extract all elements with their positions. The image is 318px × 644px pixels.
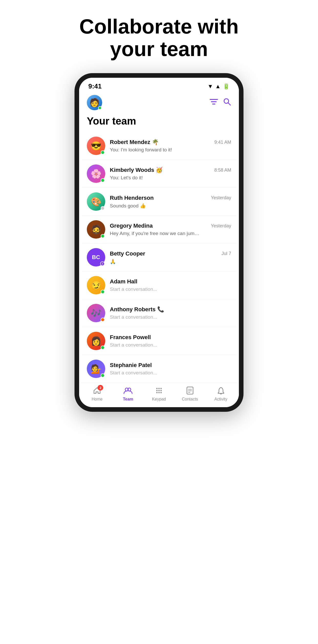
contact-preview: Start a conversation... <box>110 370 202 376</box>
contact-name: Adam Hall <box>110 278 137 285</box>
contact-item[interactable]: 🎶 Anthony Roberts 📞 Start a conversation… <box>82 299 236 327</box>
filter-icon[interactable] <box>210 98 218 107</box>
nav-icon-wrap <box>155 386 163 396</box>
bottom-nav: 2 Home Team Keypad Contacts <box>79 383 239 407</box>
page-headline: Collaborate with your team <box>0 0 318 73</box>
contact-preview: Start a conversation... <box>110 286 202 292</box>
status-icons: ▼ ▲ 🔋 <box>207 83 230 90</box>
wifi-icon: ▼ <box>207 83 213 90</box>
svg-line-4 <box>228 103 230 105</box>
phone-frame: 9:41 ▼ ▲ 🔋 🧑 <box>75 73 243 412</box>
contact-name: Betty Cooper <box>110 250 145 257</box>
contact-time: Yesterday <box>211 223 231 229</box>
contact-info: Anthony Roberts 📞 Start a conversation..… <box>110 306 231 320</box>
user-avatar-wrapper[interactable]: 🧑 <box>87 95 102 110</box>
contact-preview: You: I'm looking forward to it! <box>110 147 202 153</box>
nav-label: Contacts <box>182 397 198 402</box>
nav-label: Team <box>123 397 133 402</box>
contact-avatar-wrapper: 😏 <box>87 276 105 294</box>
nav-item-team[interactable]: Team <box>113 386 144 402</box>
contact-item[interactable]: 👩 Frances Powell Start a conversation... <box>82 327 236 355</box>
contact-avatar-wrapper: 💁 <box>87 360 105 378</box>
nav-badge: 2 <box>98 385 103 391</box>
nav-icon-wrap <box>217 386 225 396</box>
contact-avatar-wrapper: 👩 <box>87 332 105 350</box>
contact-preview: Hey Amy, if you're free now we can jump … <box>110 231 202 236</box>
contact-preview: Start a conversation... <box>110 342 202 348</box>
svg-point-8 <box>158 388 160 389</box>
contact-item[interactable]: 😎 Robert Mendez 🌴 9:41 AM You: I'm looki… <box>82 132 236 160</box>
nav-label: Home <box>92 397 103 402</box>
contact-preview: 🙏 <box>110 259 202 264</box>
svg-point-13 <box>156 392 157 393</box>
contact-time: Yesterday <box>211 195 231 201</box>
contact-info: Kimberly Woods 🥳 8:58 AM You: Let's do i… <box>110 167 231 181</box>
contact-name: Stephanie Patel <box>110 362 152 369</box>
contact-info: Frances Powell Start a conversation... <box>110 334 231 348</box>
contact-avatar-wrapper: 🌸 <box>87 164 105 183</box>
contact-name: Robert Mendez 🌴 <box>110 139 159 146</box>
nav-label: Keypad <box>152 397 166 402</box>
contact-info: Ruth Henderson Yesterday Sounds good 👍 <box>110 195 231 209</box>
contact-avatar-wrapper: 🧔 <box>87 220 105 239</box>
nav-icon-wrap <box>186 386 194 396</box>
contact-preview: Sounds good 👍 <box>110 203 202 209</box>
contact-avatar-wrapper: BC Z <box>87 248 105 267</box>
svg-point-14 <box>158 392 160 393</box>
svg-point-12 <box>160 390 162 391</box>
contact-item[interactable]: BC Z Betty Cooper Jul 7 🙏 <box>82 243 236 271</box>
contact-info: Betty Cooper Jul 7 🙏 <box>110 250 231 264</box>
contact-info: Robert Mendez 🌴 9:41 AM You: I'm looking… <box>110 139 231 153</box>
nav-label: Activity <box>214 397 227 402</box>
contact-item[interactable]: 🌸 Kimberly Woods 🥳 8:58 AM You: Let's do… <box>82 160 236 188</box>
contact-preview: You: Let's do it! <box>110 175 202 181</box>
contact-name: Frances Powell <box>110 334 151 341</box>
svg-rect-2 <box>212 104 215 105</box>
contact-preview: Start a conversation... <box>110 314 202 320</box>
contact-avatar-wrapper: 🎶 <box>87 304 105 322</box>
page-title: Your team <box>79 113 239 132</box>
svg-rect-1 <box>211 101 217 102</box>
contact-name: Gregory Medina <box>110 223 153 229</box>
contact-info: Stephanie Patel Start a conversation... <box>110 362 231 376</box>
signal-icon: ▲ <box>215 83 221 90</box>
contact-avatar-wrapper: 😎 <box>87 137 105 155</box>
svg-point-7 <box>156 388 157 389</box>
top-bar: 🧑 <box>79 92 239 113</box>
status-bar: 9:41 ▼ ▲ 🔋 <box>79 78 239 92</box>
svg-point-15 <box>160 392 162 393</box>
status-time: 9:41 <box>88 82 102 90</box>
nav-item-home[interactable]: 2 Home <box>82 386 113 402</box>
contact-item[interactable]: 😏 Adam Hall Start a conversation... <box>82 271 236 299</box>
contact-item[interactable]: 💁 Stephanie Patel Start a conversation..… <box>82 355 236 383</box>
battery-icon: 🔋 <box>223 83 230 90</box>
contact-time: Jul 7 <box>221 251 231 256</box>
contact-item[interactable]: 🎨 Ruth Henderson Yesterday Sounds good 👍 <box>82 188 236 216</box>
search-icon[interactable] <box>223 98 231 108</box>
contact-info: Gregory Medina Yesterday Hey Amy, if you… <box>110 223 231 236</box>
contact-item[interactable]: 🧔 Gregory Medina Yesterday Hey Amy, if y… <box>82 216 236 243</box>
svg-point-10 <box>156 390 157 391</box>
nav-icon-wrap <box>123 386 133 396</box>
contact-name: Kimberly Woods 🥳 <box>110 167 163 173</box>
nav-item-activity[interactable]: Activity <box>205 386 236 402</box>
contact-info: Adam Hall Start a conversation... <box>110 278 231 292</box>
contact-time: 9:41 AM <box>214 140 231 145</box>
contact-avatar-wrapper: 🎨 <box>87 192 105 211</box>
contact-name: Anthony Roberts 📞 <box>110 306 164 313</box>
contact-time: 8:58 AM <box>214 168 231 173</box>
nav-icon-wrap: 2 <box>93 386 101 396</box>
contact-list: 😎 Robert Mendez 🌴 9:41 AM You: I'm looki… <box>79 132 239 383</box>
nav-item-keypad[interactable]: Keypad <box>144 386 175 402</box>
svg-point-9 <box>160 388 162 389</box>
svg-rect-0 <box>210 99 218 100</box>
nav-item-contacts[interactable]: Contacts <box>174 386 205 402</box>
contact-name: Ruth Henderson <box>110 195 154 201</box>
svg-point-11 <box>158 390 160 391</box>
